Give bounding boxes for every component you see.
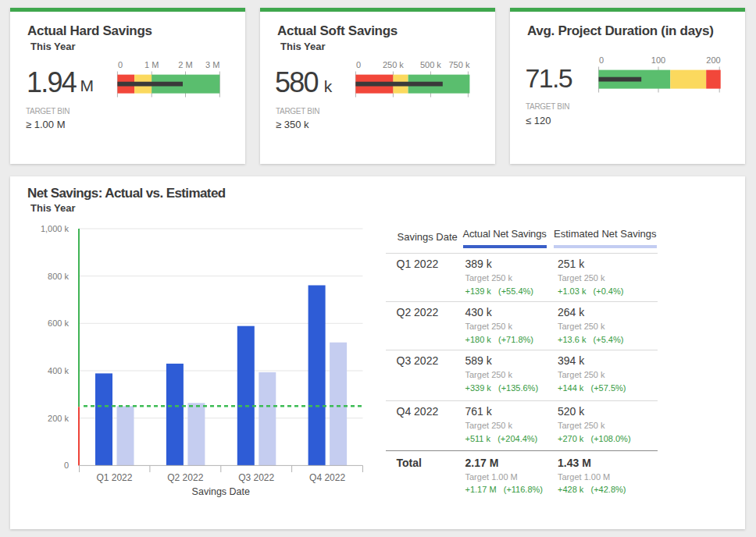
svg-text:0: 0 xyxy=(64,461,69,470)
svg-text:200 k: 200 k xyxy=(48,414,69,423)
svg-text:400 k: 400 k xyxy=(48,366,69,375)
svg-text:200: 200 xyxy=(706,55,720,65)
svg-text:0: 0 xyxy=(356,60,361,69)
svg-text:1 M: 1 M xyxy=(144,60,159,69)
svg-text:Q4 2022: Q4 2022 xyxy=(309,472,345,483)
svg-text:800 k: 800 k xyxy=(48,272,69,281)
svg-text:500 k: 500 k xyxy=(420,60,441,69)
svg-text:100: 100 xyxy=(651,55,665,65)
svg-text:0: 0 xyxy=(118,60,123,69)
svg-text:Q3 2022: Q3 2022 xyxy=(238,472,274,483)
svg-text:Q1 2022: Q1 2022 xyxy=(96,472,132,483)
svg-text:750 k: 750 k xyxy=(448,60,469,69)
svg-text:3 M: 3 M xyxy=(205,60,219,69)
svg-text:2 M: 2 M xyxy=(178,60,192,69)
svg-text:0: 0 xyxy=(599,55,604,65)
svg-text:Savings Date: Savings Date xyxy=(192,486,250,497)
svg-text:Q2 2022: Q2 2022 xyxy=(167,472,203,483)
svg-text:1,000 k: 1,000 k xyxy=(41,224,70,233)
svg-text:600 k: 600 k xyxy=(48,318,69,328)
svg-text:250 k: 250 k xyxy=(383,60,404,69)
